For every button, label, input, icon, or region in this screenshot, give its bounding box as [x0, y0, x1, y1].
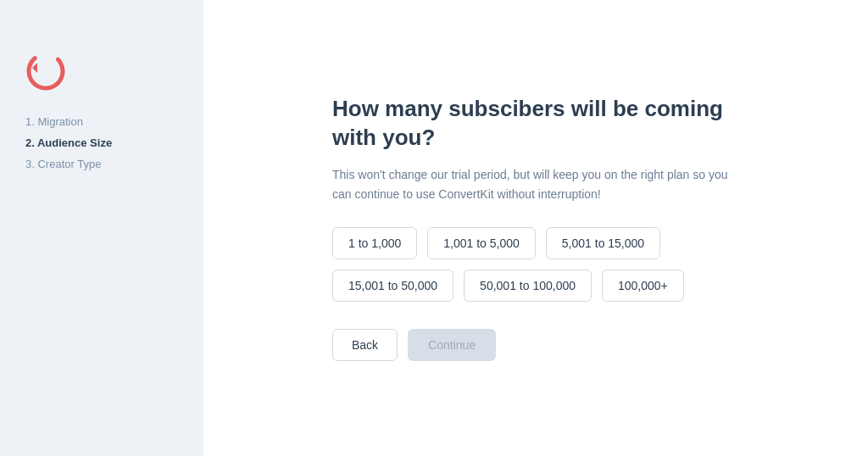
main-content: How many subscibers will be coming with … — [203, 0, 868, 456]
option-1001-to-5000[interactable]: 1,001 to 5,000 — [427, 227, 536, 259]
continue-button[interactable]: Continue — [408, 329, 496, 361]
sidebar-item-creator-type[interactable]: 3. Creator Type — [25, 158, 112, 170]
sidebar-nav: 1. Migration 2. Audience Size 3. Creator… — [25, 115, 112, 170]
option-15001-to-50000[interactable]: 15,001 to 50,000 — [332, 270, 453, 302]
migration-icon — [25, 51, 66, 92]
option-100000-plus[interactable]: 100,000+ — [602, 270, 684, 302]
option-1-to-1000[interactable]: 1 to 1,000 — [332, 227, 417, 259]
sidebar-item-audience-size[interactable]: 2. Audience Size — [25, 136, 112, 149]
option-5001-to-15000[interactable]: 5,001 to 15,000 — [546, 227, 660, 259]
sidebar: 1. Migration 2. Audience Size 3. Creator… — [0, 0, 203, 456]
back-button[interactable]: Back — [332, 329, 398, 361]
options-row-1: 1 to 1,000 1,001 to 5,000 5,001 to 15,00… — [332, 227, 739, 259]
question-description: This won't change our trial period, but … — [332, 165, 739, 203]
svg-point-0 — [25, 51, 66, 92]
option-50001-to-100000[interactable]: 50,001 to 100,000 — [464, 270, 592, 302]
options-row-2: 15,001 to 50,000 50,001 to 100,000 100,0… — [332, 270, 739, 302]
content-card: How many subscibers will be coming with … — [332, 95, 739, 361]
sidebar-item-migration[interactable]: 1. Migration — [25, 115, 112, 128]
svg-marker-1 — [32, 63, 37, 73]
action-buttons: Back Continue — [332, 329, 739, 361]
options-grid: 1 to 1,000 1,001 to 5,000 5,001 to 15,00… — [332, 227, 739, 302]
question-title: How many subscibers will be coming with … — [332, 95, 739, 153]
